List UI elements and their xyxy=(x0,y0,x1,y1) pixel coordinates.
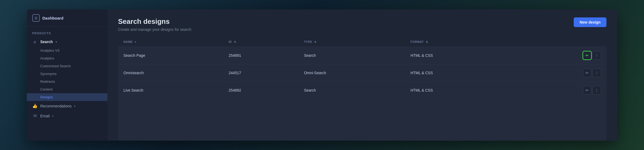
row-3-type: Search xyxy=(299,82,405,99)
table-row: Omnisearch 244517 Omni-Search HTML & CSS… xyxy=(118,64,606,82)
row-2-format: HTML & CSS xyxy=(405,64,513,82)
table-body: Search Page 254891 Search HTML & CSS ✏ ⋮… xyxy=(118,47,606,99)
row-1-name: Search Page xyxy=(118,47,223,64)
sidebar-item-recommendations[interactable]: 👍 Recommendations ▸ xyxy=(27,101,107,111)
row-2-edit-button[interactable]: ✏ xyxy=(583,69,591,77)
page-subtitle: Create and manage your designs for searc… xyxy=(118,27,192,32)
main-content: Search designs Create and manage your de… xyxy=(107,9,617,141)
sidebar-sub-customized-search[interactable]: Customized Search xyxy=(27,62,107,70)
row-3-format: HTML & CSS xyxy=(405,82,513,99)
row-1-action-group: ✏ ⋮ xyxy=(518,51,601,60)
col-actions xyxy=(513,37,606,47)
recommendations-icon: 👍 xyxy=(32,103,38,108)
email-label: Email xyxy=(40,114,50,118)
content-header: Search designs Create and manage your de… xyxy=(107,9,617,37)
sidebar-item-email[interactable]: ✉ Email ▸ xyxy=(27,111,107,121)
row-2-more-button[interactable]: ⋮ xyxy=(592,69,601,77)
row-2-actions: ✏ ⋮ xyxy=(513,64,606,82)
row-2-name: Omnisearch xyxy=(118,64,223,82)
sidebar-sub-content[interactable]: Content xyxy=(27,85,107,93)
sidebar-item-search[interactable]: ⌕ Search ▾ xyxy=(27,37,107,47)
table-container: NAME ▾ ID ⇅ TYPE ⇅ FORMAT xyxy=(118,37,606,141)
dashboard-icon: ⊞ xyxy=(32,14,40,22)
row-1-id: 254891 xyxy=(223,47,299,64)
email-dropdown-arrow: ▸ xyxy=(52,114,54,117)
table-header-row: NAME ▾ ID ⇅ TYPE ⇅ FORMAT xyxy=(118,37,606,47)
sidebar: ⊞ Dashboard PRODUCTS ⌕ Search ▾ Analytic… xyxy=(27,9,107,141)
row-2-type: Omni-Search xyxy=(299,64,405,82)
row-1-edit-button[interactable]: ✏ xyxy=(583,51,591,60)
search-label: Search xyxy=(40,40,53,44)
sidebar-sub-analytics-v3[interactable]: Analytics V3 xyxy=(27,47,107,54)
sidebar-sub-analytics[interactable]: Analytics xyxy=(27,54,107,62)
sidebar-sub-designs[interactable]: Designs xyxy=(27,93,107,101)
search-icon: ⌕ xyxy=(32,39,38,44)
sidebar-sub-synonyms[interactable]: Synonyms xyxy=(27,70,107,78)
row-1-type: Search xyxy=(299,47,405,64)
row-1-actions: ✏ ⋮ xyxy=(513,47,606,64)
row-2-id: 244517 xyxy=(223,64,299,82)
row-3-actions: ✏ ⋮ xyxy=(513,82,606,99)
col-id[interactable]: ID ⇅ xyxy=(223,37,299,47)
row-3-edit-button[interactable]: ✏ xyxy=(583,86,591,95)
recommendations-label: Recommendations xyxy=(40,104,72,108)
row-3-more-button[interactable]: ⋮ xyxy=(592,86,601,95)
header-left: Search designs Create and manage your de… xyxy=(118,17,192,32)
products-section-label: PRODUCTS xyxy=(27,27,107,37)
col-type[interactable]: TYPE ⇅ xyxy=(299,37,405,47)
sidebar-sub-redirects[interactable]: Redirects xyxy=(27,78,107,85)
search-dropdown-arrow: ▾ xyxy=(56,40,57,43)
name-sort-arrow: ▾ xyxy=(135,41,136,43)
table-row: Search Page 254891 Search HTML & CSS ✏ ⋮ xyxy=(118,47,606,64)
row-1-format: HTML & CSS xyxy=(405,47,513,64)
row-2-action-group: ✏ ⋮ xyxy=(518,69,601,77)
email-icon: ✉ xyxy=(32,113,38,118)
page-title: Search designs xyxy=(118,17,192,26)
sidebar-header: ⊞ Dashboard xyxy=(27,9,107,27)
format-sort-arrow: ⇅ xyxy=(426,41,428,43)
id-sort-arrow: ⇅ xyxy=(234,41,236,43)
row-1-more-button[interactable]: ⋮ xyxy=(592,51,601,60)
table-row: Live Search 254892 Search HTML & CSS ✏ ⋮ xyxy=(118,82,606,99)
row-3-name: Live Search xyxy=(118,82,223,99)
designs-table: NAME ▾ ID ⇅ TYPE ⇅ FORMAT xyxy=(118,37,606,99)
dashboard-label: Dashboard xyxy=(42,16,63,20)
col-name[interactable]: NAME ▾ xyxy=(118,37,223,47)
recommendations-dropdown-arrow: ▸ xyxy=(74,104,76,107)
table-header: NAME ▾ ID ⇅ TYPE ⇅ FORMAT xyxy=(118,37,606,47)
row-3-action-group: ✏ ⋮ xyxy=(518,86,601,95)
new-design-button[interactable]: New design xyxy=(574,17,606,27)
row-3-id: 254892 xyxy=(223,82,299,99)
col-format[interactable]: FORMAT ⇅ xyxy=(405,37,513,47)
type-sort-arrow: ⇅ xyxy=(314,41,317,43)
app-window: ⊞ Dashboard PRODUCTS ⌕ Search ▾ Analytic… xyxy=(27,9,617,141)
